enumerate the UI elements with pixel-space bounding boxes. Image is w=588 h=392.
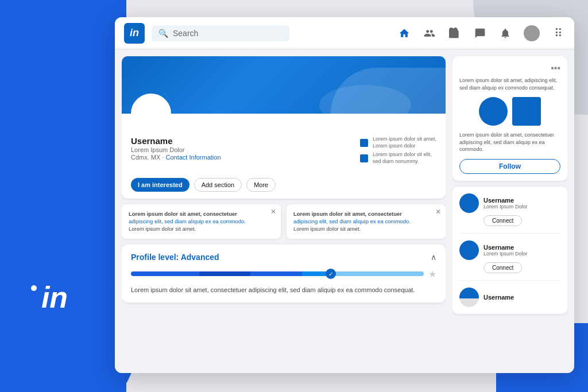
profile-section: Username Lorem Ipsum Dolor Cdmx. MX · Co…	[122, 56, 446, 366]
add-section-button[interactable]: Add section	[194, 178, 242, 192]
profile-info-row: Username Lorem Ipsum Dolor Cdmx. MX · Co…	[131, 136, 436, 165]
progress-track: ✓	[131, 271, 424, 276]
person-info-1: Username Lorem Ipsum Dolor	[483, 197, 528, 209]
person-avatar-1	[459, 193, 479, 213]
nav-avatar[interactable]	[524, 25, 540, 41]
check-circle: ✓	[326, 269, 336, 279]
ad-card-desc: Lorem ipsum dolor sit amet, consectetuer…	[459, 131, 560, 153]
people-card: Username Lorem Ipsum Dolor Connect Usern…	[452, 187, 567, 314]
person-item-3: Username	[459, 288, 560, 307]
ad-visuals	[459, 97, 560, 126]
profile-name: Username	[131, 136, 221, 146]
level-header: Profile level: Advanced ∧	[131, 253, 436, 262]
linkedin-big-logo: in	[17, 260, 92, 335]
activity-card-2: ✕ Lorem ipsum dolor sit amet, consectetu…	[287, 204, 446, 239]
connect-button-2[interactable]: Connect	[483, 262, 522, 273]
person-item-2: Username Lorem Ipsum Dolor Connect	[459, 240, 560, 273]
nav-messaging[interactable]	[473, 26, 487, 40]
nav-home[interactable]	[397, 26, 411, 40]
card-close-1[interactable]: ✕	[270, 208, 276, 216]
person-title-1: Lorem Ipsum Dolor	[483, 204, 528, 209]
stat-item-1: Lorem ipsum dolor sit amet,Lorem ipsum d…	[360, 136, 436, 149]
interested-button[interactable]: I am interested	[131, 178, 189, 192]
more-button[interactable]: More	[246, 178, 276, 192]
ad-menu-button[interactable]: •••	[459, 63, 560, 73]
star-icon: ★	[428, 269, 436, 280]
ad-card-text: Lorem ipsum dolor sit amet, adipiscing e…	[459, 77, 560, 91]
divider-1	[459, 233, 560, 234]
nav-notifications[interactable]	[498, 26, 512, 40]
activity-cards: ✕ Lorem ipsum dolor sit amet, consectetu…	[122, 204, 446, 239]
search-input-label: Search	[173, 29, 198, 38]
ad-logo-circle	[479, 97, 508, 126]
profile-location: Cdmx. MX · Contact Information	[131, 154, 221, 161]
progress-seg-3	[250, 271, 301, 276]
profile-actions: I am interested Add section More	[122, 178, 446, 199]
person-item-1: Username Lorem Ipsum Dolor Connect	[459, 193, 560, 226]
stat-item-2: Lorem ipsum dolor sit elit,sed diam nonu…	[360, 152, 436, 165]
stat-box-1	[360, 139, 368, 147]
linkedin-logo[interactable]: in	[124, 23, 145, 44]
person-info-2: Username Lorem Ipsum Dolor	[483, 244, 528, 257]
browser-window: in 🔍 Search ⠿	[115, 17, 574, 373]
person-avatar-2	[459, 240, 479, 260]
level-title: Profile level: Advanced	[131, 253, 219, 262]
profile-title: Lorem Ipsum Dolor	[131, 146, 221, 153]
progress-segments	[131, 271, 336, 276]
search-bar[interactable]: 🔍 Search	[152, 25, 289, 41]
contact-info-link[interactable]: Contact Information	[166, 154, 221, 161]
person-top-2: Username Lorem Ipsum Dolor	[459, 240, 560, 260]
progress-seg-1	[131, 271, 199, 276]
person-name-1: Username	[483, 197, 528, 204]
progress-remaining	[336, 271, 424, 276]
person-top-1: Username Lorem Ipsum Dolor	[459, 193, 560, 213]
right-sidebar: ••• Lorem ipsum dolor sit amet, adipisci…	[452, 56, 567, 366]
divider-2	[459, 280, 560, 281]
profile-avatar-area: Username Lorem Ipsum Dolor Cdmx. MX · Co…	[122, 94, 446, 172]
card-text-1: Lorem ipsum dolor sit amet, consectetuer…	[129, 210, 274, 233]
person-top-3: Username	[459, 288, 560, 307]
search-icon: 🔍	[158, 29, 168, 38]
nav-grid[interactable]: ⠿	[551, 26, 565, 40]
profile-stats: Lorem ipsum dolor sit amet,Lorem ipsum d…	[360, 136, 436, 165]
person-avatar-3	[459, 288, 479, 307]
person-title-2: Lorem Ipsum Dolor	[483, 251, 528, 257]
nav-network[interactable]	[423, 26, 436, 40]
card-close-2[interactable]: ✕	[435, 208, 441, 216]
ad-card: ••• Lorem ipsum dolor sit amet, adipisci…	[452, 56, 567, 181]
nav-jobs[interactable]	[448, 26, 462, 40]
level-description: Lorem ipsum dolor sit amet, consectetuer…	[131, 285, 436, 295]
progress-seg-2	[199, 271, 250, 276]
stat-text-1: Lorem ipsum dolor sit amet,Lorem ipsum d…	[373, 136, 436, 149]
ad-logo-square	[512, 97, 541, 126]
card-text-2: Lorem ipsum dolor sit amet, consectetuer…	[293, 210, 439, 233]
person-name-3: Username	[483, 294, 514, 301]
connect-button-1[interactable]: Connect	[483, 215, 522, 226]
person-info-3: Username	[483, 294, 514, 301]
profile-level-card: Profile level: Advanced ∧ ✓	[122, 244, 446, 303]
profile-info-left: Username Lorem Ipsum Dolor Cdmx. MX · Co…	[131, 136, 221, 161]
follow-button[interactable]: Follow	[459, 159, 560, 174]
main-content: Username Lorem Ipsum Dolor Cdmx. MX · Co…	[115, 49, 574, 373]
progress-bar-container: ✓ ★	[131, 269, 436, 280]
navbar: in 🔍 Search ⠿	[115, 17, 574, 49]
profile-card: Username Lorem Ipsum Dolor Cdmx. MX · Co…	[122, 56, 446, 199]
nav-icons: ⠿	[397, 25, 565, 41]
stat-text-2: Lorem ipsum dolor sit elit,sed diam nonu…	[373, 152, 432, 165]
person-name-2: Username	[483, 244, 528, 251]
stat-box-2	[360, 154, 368, 162]
collapse-icon[interactable]: ∧	[431, 253, 436, 262]
avatar	[131, 94, 171, 134]
activity-card-1: ✕ Lorem ipsum dolor sit amet, consectetu…	[122, 204, 281, 239]
